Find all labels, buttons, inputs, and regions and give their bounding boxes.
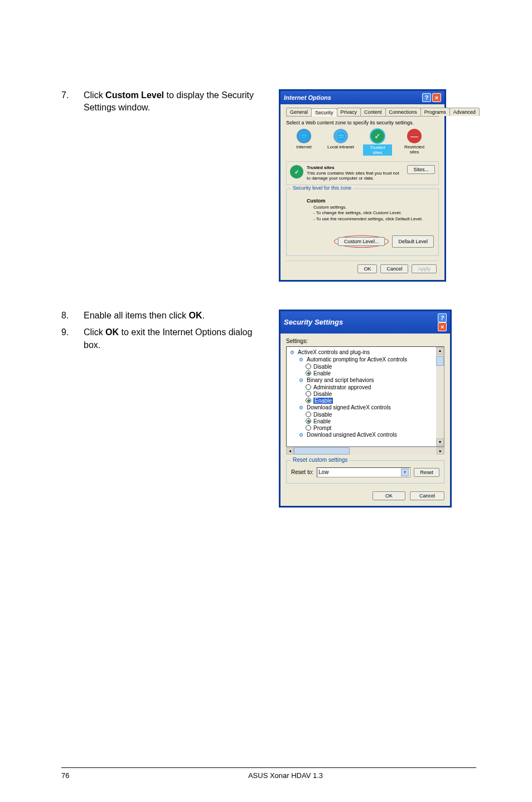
footer-product: ASUS Xonar HDAV 1.3 bbox=[95, 771, 476, 780]
scroll-down-icon[interactable]: ▾ bbox=[436, 438, 444, 446]
custom-heading: Custom bbox=[307, 198, 434, 204]
settings-listbox[interactable]: ⚙ActiveX controls and plug-ins ⚙Automati… bbox=[286, 346, 444, 447]
help-icon[interactable]: ? bbox=[438, 313, 447, 322]
step-text: Click Custom Level to display the Securi… bbox=[84, 89, 262, 114]
ok-button[interactable]: OK bbox=[373, 491, 405, 500]
scroll-right-icon[interactable]: ▸ bbox=[437, 447, 444, 455]
radio-option[interactable]: Disable bbox=[289, 364, 442, 370]
radio-option[interactable]: Disable bbox=[289, 412, 442, 418]
dialog-title: Security Settings bbox=[284, 318, 343, 326]
tree-node: ⚙Automatic prompting for ActiveX control… bbox=[298, 356, 442, 363]
custom-description: Custom settings. - To change the setting… bbox=[313, 205, 434, 222]
tab-advanced[interactable]: Advanced bbox=[449, 108, 480, 116]
radio-option[interactable]: Enable bbox=[289, 418, 442, 424]
tab-security[interactable]: Security bbox=[311, 108, 337, 117]
scroll-up-icon[interactable]: ▴ bbox=[436, 347, 444, 355]
security-level-fieldset: Security level for this zone Custom Cust… bbox=[286, 189, 439, 256]
custom-level-button[interactable]: Custom Level... bbox=[338, 237, 385, 246]
shield-check-icon: ✓ bbox=[290, 165, 303, 178]
apply-button[interactable]: Apply bbox=[412, 264, 437, 273]
gear-icon: ⚙ bbox=[298, 432, 304, 438]
page-number: 76 bbox=[61, 771, 95, 780]
step-text: Enable all items then click OK. bbox=[84, 310, 205, 322]
reset-to-label: Reset to: bbox=[291, 469, 313, 475]
step-9: 9. Click OK to exit the Internet Options… bbox=[61, 326, 262, 351]
sites-button[interactable]: Sites... bbox=[407, 165, 435, 174]
radio-option[interactable]: Enable bbox=[289, 370, 442, 376]
fieldset-legend: Reset custom settings bbox=[291, 457, 349, 463]
scroll-left-icon[interactable]: ◂ bbox=[286, 447, 294, 455]
intranet-icon: 🌐 bbox=[333, 129, 348, 143]
radio-option[interactable]: Administrator approved bbox=[289, 384, 442, 390]
highlight-circle: Custom Level... bbox=[334, 235, 389, 248]
default-level-button[interactable]: Default Level bbox=[392, 235, 434, 248]
gear-icon: ⚙ bbox=[298, 404, 304, 411]
dialog-title-bar: Internet Options ? × bbox=[280, 91, 444, 104]
reset-custom-fieldset: Reset custom settings Reset to: Low ▾ Re… bbox=[286, 460, 444, 484]
gear-icon: ⚙ bbox=[298, 377, 304, 384]
select-value: Low bbox=[318, 469, 328, 475]
globe-icon: 🌐 bbox=[297, 129, 311, 143]
tab-content[interactable]: Content bbox=[360, 108, 386, 116]
vertical-scrollbar[interactable]: ▴ ▾ bbox=[436, 347, 444, 446]
tree-node: ⚙ActiveX controls and plug-ins bbox=[289, 349, 442, 356]
reset-to-select[interactable]: Low ▾ bbox=[317, 467, 410, 477]
tab-connections[interactable]: Connections bbox=[385, 108, 421, 116]
trusted-sites-panel: ✓ Trusted sites This zone contains Web s… bbox=[286, 161, 439, 185]
gear-icon: ⚙ bbox=[289, 349, 296, 356]
zone-icons-row: 🌐 Internet 🌐 Local intranet ✓ Trusted si… bbox=[289, 129, 436, 156]
tree-node: ⚙Download signed ActiveX controls bbox=[298, 404, 442, 411]
dialog-button-row: OK Cancel Apply bbox=[286, 260, 439, 274]
help-icon[interactable]: ? bbox=[422, 93, 431, 102]
cancel-button[interactable]: Cancel bbox=[410, 491, 444, 500]
settings-label: Settings: bbox=[286, 338, 444, 344]
step-8: 8. Enable all items then click OK. bbox=[61, 310, 262, 322]
step-7: 7. Click Custom Level to display the Sec… bbox=[61, 89, 262, 114]
scroll-thumb[interactable] bbox=[294, 447, 350, 455]
cancel-button[interactable]: Cancel bbox=[380, 264, 408, 273]
step-number: 9. bbox=[61, 326, 84, 351]
step-number: 7. bbox=[61, 89, 84, 114]
trusted-heading: Trusted sites bbox=[307, 165, 334, 170]
ok-button[interactable]: OK bbox=[357, 264, 377, 273]
trusted-description: This zone contains Web sites that you tr… bbox=[307, 171, 399, 181]
gear-icon: ⚙ bbox=[298, 356, 304, 363]
close-icon[interactable]: × bbox=[432, 93, 441, 102]
step-text: Click OK to exit the Internet Options di… bbox=[84, 326, 262, 351]
minus-icon: — bbox=[407, 129, 422, 143]
tab-privacy[interactable]: Privacy bbox=[337, 108, 361, 116]
chevron-down-icon[interactable]: ▾ bbox=[401, 468, 409, 476]
dialog-internet-options: Internet Options ? × General Security Pr… bbox=[279, 89, 446, 282]
zone-restricted-sites[interactable]: — Restricted sites bbox=[400, 129, 429, 154]
scroll-thumb[interactable] bbox=[436, 356, 444, 366]
zone-prompt: Select a Web content zone to specify its… bbox=[286, 120, 439, 125]
reset-button[interactable]: Reset bbox=[414, 468, 439, 477]
tab-general[interactable]: General bbox=[286, 108, 312, 116]
checkmark-icon: ✓ bbox=[370, 129, 385, 143]
dialog-security-settings: Security Settings ? × Settings: ⚙ActiveX… bbox=[279, 310, 452, 508]
dialog-title: Internet Options bbox=[284, 94, 331, 101]
tree-node: ⚙Download unsigned ActiveX controls bbox=[298, 432, 442, 438]
radio-option[interactable]: Disable bbox=[289, 391, 442, 397]
tree-node: ⚙Binary and script behaviors bbox=[298, 377, 442, 384]
radio-option-selected[interactable]: Enable bbox=[289, 398, 442, 404]
dialog-button-row: OK Cancel bbox=[286, 491, 444, 500]
step-number: 8. bbox=[61, 310, 84, 322]
zone-internet[interactable]: 🌐 Internet bbox=[289, 129, 318, 149]
fieldset-legend: Security level for this zone bbox=[291, 185, 353, 191]
tab-programs[interactable]: Programs bbox=[420, 108, 450, 116]
page-footer: 76 ASUS Xonar HDAV 1.3 bbox=[61, 767, 476, 780]
zone-local-intranet[interactable]: 🌐 Local intranet bbox=[326, 129, 355, 149]
dialog-title-bar: Security Settings ? × bbox=[280, 311, 450, 334]
radio-option[interactable]: Prompt bbox=[289, 425, 442, 431]
horizontal-scrollbar[interactable]: ◂ ▸ bbox=[286, 447, 444, 455]
zone-trusted-sites[interactable]: ✓ Trusted sites bbox=[363, 129, 392, 156]
tab-strip: General Security Privacy Content Connect… bbox=[286, 108, 439, 117]
close-icon[interactable]: × bbox=[438, 322, 447, 331]
